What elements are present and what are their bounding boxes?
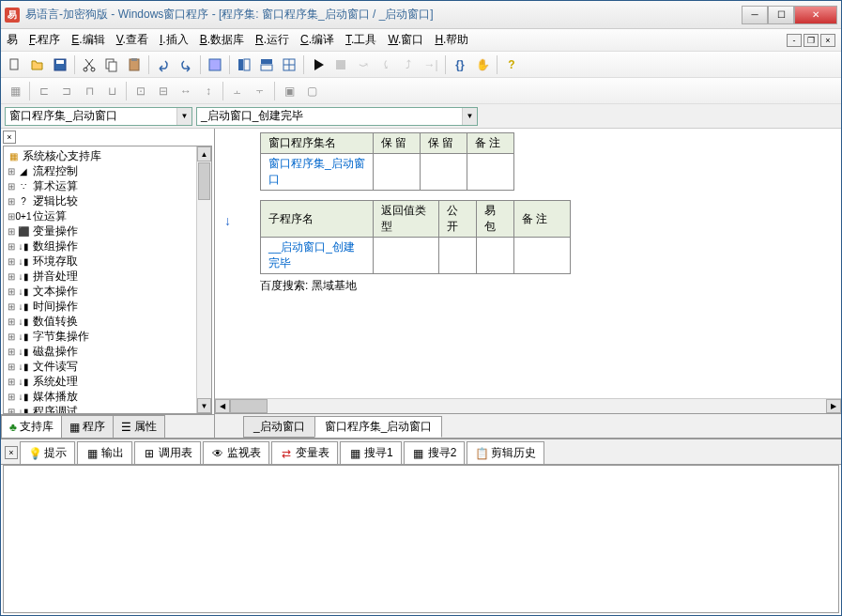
tab-watch[interactable]: 👁监视表	[203, 441, 269, 464]
step-over-icon[interactable]: ⤻	[353, 54, 374, 75]
hand-icon[interactable]: ✋	[472, 54, 493, 75]
run-to-cursor-icon[interactable]: →|	[421, 54, 441, 75]
menu-view[interactable]: V.查看	[111, 30, 154, 50]
run-icon[interactable]	[308, 54, 329, 75]
maximize-button[interactable]: ☐	[768, 6, 794, 24]
send-back-icon[interactable]: ▢	[301, 81, 322, 101]
menu-edit[interactable]: E.编辑	[66, 30, 110, 50]
mdi-minimize-button[interactable]: -	[787, 34, 802, 47]
tree-item[interactable]: ⊞?逻辑比较	[6, 193, 194, 208]
menu-database[interactable]: B.数据库	[194, 30, 250, 50]
hscroll-thumb[interactable]	[230, 399, 268, 413]
open-file-icon[interactable]	[27, 54, 48, 75]
scroll-down-icon[interactable]: ▼	[197, 398, 211, 413]
copy-icon[interactable]	[101, 54, 122, 75]
table-row[interactable]: __启动窗口_创建完毕	[261, 238, 571, 274]
procset-link[interactable]: 窗口程序集_启动窗口	[261, 154, 374, 191]
menu-help[interactable]: H.帮助	[429, 30, 474, 50]
redo-icon[interactable]	[176, 54, 196, 75]
tab-support-lib[interactable]: ♣支持库	[1, 415, 62, 438]
hscroll-left-icon[interactable]: ◀	[215, 399, 230, 413]
menu-compile[interactable]: C.编译	[295, 30, 340, 50]
editor-tab-startwindow[interactable]: _启动窗口	[243, 416, 315, 438]
tree-item[interactable]: ⊞⬛变量操作	[6, 223, 194, 239]
align-bottom-icon[interactable]: ⊔	[101, 81, 122, 101]
tab-program[interactable]: ▦程序	[61, 415, 114, 438]
step-into-icon[interactable]: ⤹	[375, 54, 396, 75]
tree-item[interactable]: ⊞↓▮程序调试	[6, 404, 194, 413]
step-out-icon[interactable]: ⤴	[398, 54, 419, 75]
menu-window[interactable]: W.窗口	[382, 30, 429, 50]
dropdown-arrow-icon[interactable]: ▼	[462, 108, 477, 125]
new-file-icon[interactable]	[5, 54, 25, 75]
grid-icon[interactable]: ▦	[5, 81, 25, 101]
tab-search2[interactable]: ▦搜寻2	[404, 441, 466, 464]
layout2-icon[interactable]	[256, 54, 277, 75]
table-row[interactable]: 窗口程序集_启动窗口	[261, 154, 514, 191]
same-height-icon[interactable]: ↕	[198, 81, 219, 101]
editor-hscrollbar[interactable]: ◀ ▶	[215, 398, 841, 413]
editor-tab-procset[interactable]: 窗口程序集_启动窗口	[314, 416, 443, 438]
tree-item[interactable]: ⊞◢流程控制	[6, 163, 194, 178]
minimize-button[interactable]: ─	[742, 6, 768, 24]
hscroll-right-icon[interactable]: ▶	[826, 399, 841, 413]
tree-item[interactable]: ⊞0+1位运算	[6, 208, 194, 223]
tree-item[interactable]: ⊞↓▮数值转换	[6, 314, 194, 329]
same-width-icon[interactable]: ↔	[176, 81, 196, 101]
editor-content[interactable]: ↓ 窗口程序集名 保 留 保 留 备 注 窗口程序集_启动窗口 子程序名 返回值…	[215, 129, 841, 398]
bottom-close-button[interactable]: ×	[5, 446, 18, 459]
tree-item[interactable]: ⊞↓▮文件读写	[6, 359, 194, 374]
module-combo[interactable]: 窗口程序集_启动窗口 ▼	[5, 107, 192, 126]
mdi-close-button[interactable]: ×	[820, 34, 835, 47]
tab-output[interactable]: ▦输出	[77, 441, 132, 464]
tab-search1[interactable]: ▦搜寻1	[340, 441, 402, 464]
mdi-restore-button[interactable]: ❐	[804, 34, 819, 47]
tab-calltable[interactable]: ⊞调用表	[134, 441, 201, 464]
cut-icon[interactable]	[79, 54, 100, 75]
align-right-icon[interactable]: ⊐	[56, 81, 77, 101]
stop-icon[interactable]	[330, 54, 351, 75]
sidebar-close-button[interactable]: ×	[3, 131, 16, 144]
menu-insert[interactable]: I.插入	[154, 30, 194, 50]
center-h-icon[interactable]: ⊡	[130, 81, 151, 101]
tree-item[interactable]: ⊞↓▮数组操作	[6, 239, 194, 254]
paste-icon[interactable]	[124, 54, 145, 75]
menu-run[interactable]: R.运行	[250, 30, 295, 50]
library-tree[interactable]: ▦系统核心支持库 ⊞◢流程控制⊞∵算术运算⊞?逻辑比较⊞0+1位运算⊞⬛变量操作…	[4, 146, 196, 413]
tree-item[interactable]: ⊞↓▮拼音处理	[6, 269, 194, 284]
sub-combo[interactable]: _启动窗口_创建完毕 ▼	[196, 107, 478, 126]
tree-item[interactable]: ⊞↓▮媒体播放	[6, 389, 194, 404]
tree-item[interactable]: ⊞↓▮时间操作	[6, 299, 194, 314]
scroll-up-icon[interactable]: ▲	[197, 146, 211, 162]
editor-text-line[interactable]: 百度搜索: 黑域基地	[260, 278, 834, 294]
scroll-thumb[interactable]	[198, 162, 210, 200]
tab-cliphistory[interactable]: 📋剪辑历史	[467, 441, 544, 464]
tree-item[interactable]: ⊞↓▮系统处理	[6, 374, 194, 389]
tree-item[interactable]: ⊞↓▮字节集操作	[6, 329, 194, 344]
braces-icon[interactable]: {}	[450, 54, 470, 75]
tree-item[interactable]: ⊞↓▮环境存取	[6, 254, 194, 269]
subproc-link[interactable]: __启动窗口_创建完毕	[261, 238, 374, 274]
align-top-icon[interactable]: ⊓	[79, 81, 100, 101]
help-icon[interactable]: ?	[501, 54, 522, 75]
tree-root[interactable]: ▦系统核心支持库	[6, 148, 194, 163]
bottom-content[interactable]	[3, 465, 839, 613]
form-design-icon[interactable]	[205, 54, 225, 75]
tree-item[interactable]: ⊞↓▮磁盘操作	[6, 344, 194, 359]
dropdown-arrow-icon[interactable]: ▼	[176, 108, 191, 125]
menu-tools[interactable]: T.工具	[340, 30, 382, 50]
space-h-icon[interactable]: ⫠	[227, 81, 248, 101]
center-v-icon[interactable]: ⊟	[153, 81, 174, 101]
tab-hint[interactable]: 💡提示	[20, 441, 75, 464]
layout1-icon[interactable]	[234, 54, 254, 75]
space-v-icon[interactable]: ⫟	[250, 81, 270, 101]
menu-program[interactable]: F.程序	[23, 30, 66, 50]
undo-icon[interactable]	[153, 54, 174, 75]
bring-front-icon[interactable]: ▣	[279, 81, 299, 101]
tree-scrollbar[interactable]: ▲ ▼	[196, 146, 211, 413]
tab-properties[interactable]: ☰属性	[113, 415, 165, 438]
layout3-icon[interactable]	[279, 54, 299, 75]
tab-vartable[interactable]: ⇄变量表	[271, 441, 338, 464]
close-button[interactable]: ✕	[794, 6, 837, 24]
save-icon[interactable]	[50, 54, 70, 75]
